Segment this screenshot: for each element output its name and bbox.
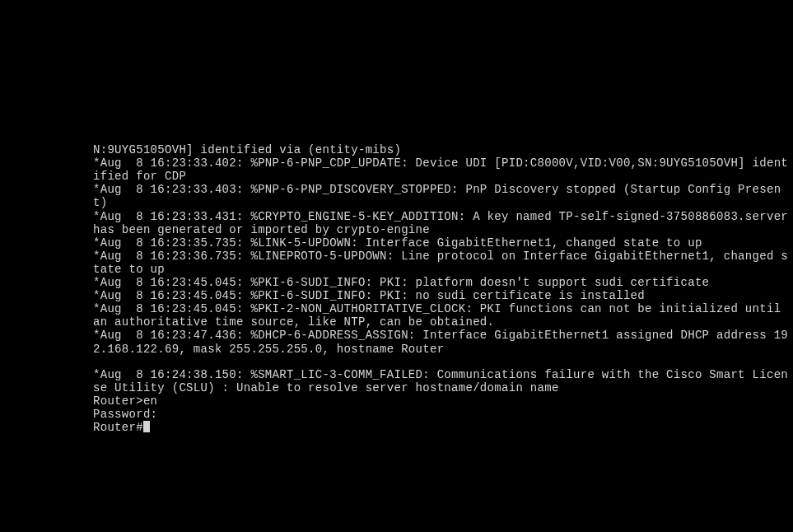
terminal-output[interactable]: N:9UYG5105OVH] identified via (entity-mi… [0,0,793,447]
log-line: *Aug 8 16:23:47.436: %DHCP-6-ADDRESS_ASS… [93,329,793,355]
log-line: *Aug 8 16:23:45.045: %PKI-6-SUDI_INFO: P… [93,289,793,302]
log-line: *Aug 8 16:23:35.735: %LINK-5-UPDOWN: Int… [93,236,793,250]
password-prompt: Password: [93,408,793,421]
blank-line [93,356,793,368]
log-line: *Aug 8 16:23:33.403: %PNP-6-PNP_DISCOVER… [93,183,793,209]
log-line: N:9UYG5105OVH] identified via (entity-mi… [93,143,793,156]
log-line: *Aug 8 16:23:45.045: %PKI-6-SUDI_INFO: P… [93,276,793,289]
current-prompt-line[interactable]: Router# [93,421,793,434]
log-line: *Aug 8 16:23:33.431: %CRYPTO_ENGINE-5-KE… [93,210,793,236]
log-line: *Aug 8 16:24:38.150: %SMART_LIC-3-COMM_F… [93,368,793,394]
log-line: *Aug 8 16:23:45.045: %PKI-2-NON_AUTHORIT… [93,302,793,329]
cursor-icon [143,421,150,432]
log-line: *Aug 8 16:23:36.735: %LINEPROTO-5-UPDOWN… [93,250,793,276]
router-prompt: Router# [93,421,143,434]
command-line: Router>en [93,394,793,408]
log-line: *Aug 8 16:23:33.402: %PNP-6-PNP_CDP_UPDA… [93,156,793,183]
